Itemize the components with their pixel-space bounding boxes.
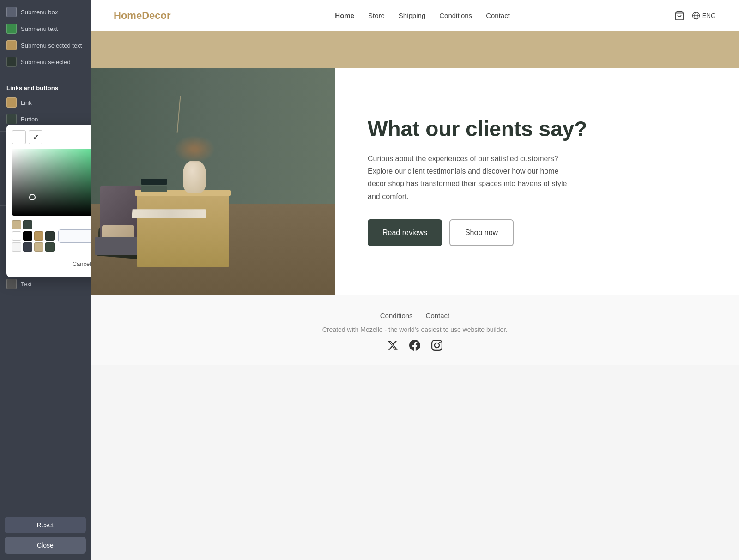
color-swatch-text[interactable] xyxy=(6,279,17,289)
split-section: What our clients say? Curious about the … xyxy=(91,68,739,295)
picker-sm-swatch-5[interactable] xyxy=(34,231,43,241)
shop-now-button[interactable]: Shop now xyxy=(449,219,514,246)
color-swatch-button[interactable] xyxy=(6,114,17,124)
picker-row: #384640 xyxy=(12,220,91,252)
nav-icons: ENG xyxy=(674,11,716,21)
color-swatch-submenu-text[interactable] xyxy=(6,24,17,34)
logo-text: Home xyxy=(114,10,142,21)
split-image xyxy=(91,68,335,295)
sidebar-bottom-buttons: Reset Close xyxy=(0,512,91,560)
split-buttons: Read reviews Shop now xyxy=(368,219,707,246)
sidebar-item-link[interactable]: Link xyxy=(0,94,91,111)
site-nav-links: Home Store Shipping Conditions Contact xyxy=(335,12,510,19)
picker-sm-swatch-9[interactable] xyxy=(34,242,43,252)
picker-sm-swatch-8[interactable] xyxy=(23,242,32,252)
room-vase xyxy=(183,161,206,193)
picker-swatch-row-1 xyxy=(12,220,55,229)
footer-created: Created with Mozello - the world's easie… xyxy=(322,326,507,333)
logo-accent: Decor xyxy=(142,10,170,21)
picker-swatch-row-3 xyxy=(12,242,55,252)
color-swatch-submenu-box[interactable] xyxy=(6,7,17,17)
website-preview: HomeDecor Home Store Shipping Conditions… xyxy=(91,0,739,560)
hero-banner xyxy=(91,31,739,68)
nav-link-shipping[interactable]: Shipping xyxy=(399,12,425,19)
footer-links: Conditions Contact xyxy=(380,312,450,319)
picker-sm-swatch-4[interactable] xyxy=(23,231,32,241)
room-open-book xyxy=(132,209,206,218)
read-reviews-button[interactable]: Read reviews xyxy=(368,219,442,246)
facebook-icon[interactable] xyxy=(409,340,420,354)
color-swatch-submenu-selected-text[interactable] xyxy=(6,40,17,50)
picker-sm-swatch-3[interactable] xyxy=(12,231,21,241)
site-logo: HomeDecor xyxy=(114,10,170,22)
sidebar-item-text[interactable]: Text xyxy=(0,276,91,292)
picker-sm-swatch-10[interactable] xyxy=(45,242,55,252)
instagram-icon[interactable] xyxy=(431,340,442,354)
nav-lang[interactable]: ENG xyxy=(692,12,716,20)
sidebar: Submenu box Submenu text Submenu selecte… xyxy=(0,0,91,560)
sidebar-item-label: Submenu selected xyxy=(21,59,71,66)
book-2 xyxy=(141,186,167,192)
picker-buttons: Cancel Choose xyxy=(12,257,91,271)
sidebar-divider xyxy=(0,74,91,74)
picker-sm-swatch-1[interactable] xyxy=(12,220,21,229)
split-body: Curious about the experiences of our sat… xyxy=(368,152,571,203)
picker-small-swatches xyxy=(12,220,55,252)
footer-link-conditions[interactable]: Conditions xyxy=(380,312,413,319)
main-content: HomeDecor Home Store Shipping Conditions… xyxy=(91,0,739,560)
sidebar-item-submenu-selected[interactable]: Submenu selected xyxy=(0,54,91,70)
site-nav: HomeDecor Home Store Shipping Conditions… xyxy=(91,0,739,31)
book-1 xyxy=(141,179,167,185)
room-cabinet xyxy=(137,193,229,267)
picker-preset-check[interactable]: ✓ xyxy=(29,130,42,144)
sidebar-item-submenu-box[interactable]: Submenu box xyxy=(0,4,91,20)
picker-sm-swatch-6[interactable] xyxy=(45,231,55,241)
picker-swatch-row-2 xyxy=(12,231,55,241)
color-swatch-link[interactable] xyxy=(6,97,17,108)
picker-sm-swatch-2[interactable] xyxy=(23,220,32,229)
site-footer: Conditions Contact Created with Mozello … xyxy=(91,295,739,365)
sidebar-item-label: Submenu selected text xyxy=(21,42,82,49)
picker-gradient-dark-overlay xyxy=(12,149,91,216)
picker-sm-swatch-7[interactable] xyxy=(12,242,21,252)
footer-link-contact[interactable]: Contact xyxy=(426,312,450,319)
lang-label: ENG xyxy=(702,12,716,19)
sidebar-item-label: Submenu box xyxy=(21,9,58,16)
picker-top-swatches: ✓ xyxy=(12,130,91,144)
sidebar-item-submenu-text[interactable]: Submenu text xyxy=(0,20,91,37)
picker-preset-white[interactable] xyxy=(12,130,26,144)
footer-social xyxy=(387,340,442,354)
nav-link-home[interactable]: Home xyxy=(335,12,354,19)
nav-link-store[interactable]: Store xyxy=(368,12,385,19)
room-books xyxy=(141,179,167,192)
globe-icon xyxy=(692,12,700,20)
reset-button[interactable]: Reset xyxy=(5,517,86,533)
close-button[interactable]: Close xyxy=(5,537,86,554)
nav-link-conditions[interactable]: Conditions xyxy=(439,12,472,19)
sidebar-item-label: Submenu text xyxy=(21,25,58,32)
picker-cancel-button[interactable]: Cancel xyxy=(64,257,91,271)
nav-link-contact[interactable]: Contact xyxy=(486,12,510,19)
room-scene xyxy=(91,68,335,295)
color-swatch-submenu-selected[interactable] xyxy=(6,57,17,67)
split-heading: What our clients say? xyxy=(368,117,707,141)
color-picker-popup: ✓ xyxy=(6,125,91,277)
sidebar-item-label: Link xyxy=(21,99,32,106)
sidebar-item-label: Button xyxy=(21,116,38,123)
picker-gradient-area[interactable] xyxy=(12,149,91,216)
room-plant xyxy=(174,135,215,163)
cart-button[interactable] xyxy=(674,11,684,21)
sidebar-item-label: Text xyxy=(21,281,32,288)
split-text: What our clients say? Curious about the … xyxy=(335,68,739,295)
sidebar-item-submenu-selected-text[interactable]: Submenu selected text xyxy=(0,37,91,54)
sidebar-section-label-links: Links and buttons xyxy=(0,78,91,94)
twitter-icon[interactable] xyxy=(387,340,398,354)
cart-icon xyxy=(674,11,684,21)
picker-hex-input[interactable]: #384640 xyxy=(58,229,91,243)
